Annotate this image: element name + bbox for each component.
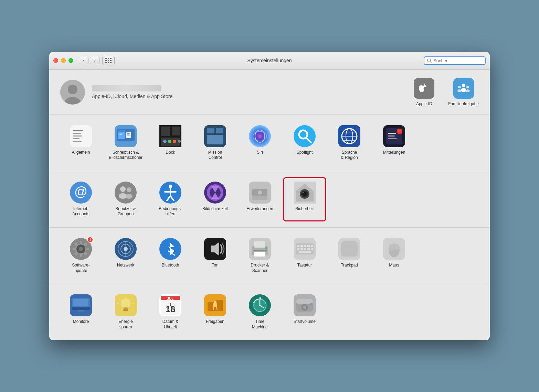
drucker-icon-wrap <box>249 238 271 260</box>
grid-view-button[interactable] <box>102 56 115 65</box>
dock-label: Dock <box>166 150 175 155</box>
minimize-button[interactable] <box>61 58 66 63</box>
schreibtisch-item[interactable]: Schreibtisch &Bildschirmschoner <box>105 122 146 164</box>
sicherheit-label: Sicherheit <box>295 206 314 212</box>
svg-rect-25 <box>127 134 129 135</box>
netzwerk-item[interactable]: Netzwerk <box>105 235 146 277</box>
bildschirmzeit-label: Bildschirmzeit <box>202 206 228 212</box>
datum-label: Datum &Uhrzeit <box>162 319 179 330</box>
search-input[interactable] <box>433 58 482 63</box>
schreibtisch-icon <box>115 125 137 147</box>
search-box[interactable] <box>424 56 486 65</box>
tastatur-icon-wrap <box>294 238 316 260</box>
trackpad-label: Trackpad <box>341 263 358 268</box>
internet-accounts-item[interactable]: @ Internet-Accounts <box>60 178 102 220</box>
erweiterungen-icon <box>249 182 271 204</box>
mitteilungen-item[interactable]: Mitteilungen <box>373 122 415 164</box>
svg-point-40 <box>249 125 271 147</box>
svg-line-1 <box>430 62 431 63</box>
maus-item[interactable]: Maus <box>373 235 415 277</box>
svg-rect-26 <box>127 135 130 136</box>
profile-info: Apple-ID, iCloud, Medien & App Store <box>92 85 172 99</box>
svg-rect-135 <box>78 310 84 312</box>
softwareupdate-item[interactable]: 1 Software-update <box>60 235 102 277</box>
svg-rect-134 <box>73 299 88 306</box>
drucker-label: Drucker &Scanner <box>251 263 269 273</box>
svg-rect-14 <box>73 135 82 137</box>
svg-point-54 <box>397 129 402 134</box>
svg-rect-139 <box>124 307 128 309</box>
netzwerk-icon <box>115 238 137 260</box>
svg-point-32 <box>163 140 167 143</box>
dock-icon-wrap <box>159 125 181 147</box>
bildschirmzeit-item[interactable]: Bildschirmzeit <box>194 178 236 220</box>
dock-item[interactable]: Dock <box>150 122 191 164</box>
forward-button[interactable]: › <box>90 57 99 64</box>
profile-description[interactable]: Apple-ID, iCloud, Medien & App Store <box>92 94 172 99</box>
profile-left: Apple-ID, iCloud, Medien & App Store <box>60 80 172 105</box>
mission-control-item[interactable]: MissionControl <box>194 122 236 164</box>
svg-rect-13 <box>73 133 81 134</box>
drucker-icon <box>249 238 271 260</box>
section-hardware: 1 Software-update Netz <box>49 228 490 284</box>
apple-logo-icon <box>417 81 431 95</box>
bluetooth-item[interactable]: Bluetooth <box>150 235 191 277</box>
bedienung-label: Bedienungs-hilfen <box>159 206 182 217</box>
monitore-icon-wrap <box>70 294 92 316</box>
back-button[interactable]: ‹ <box>79 57 88 64</box>
erweiterungen-item[interactable]: Erweiterungen <box>239 178 281 220</box>
svg-point-8 <box>457 89 462 92</box>
window-title: Systemeinstellungen <box>247 58 292 63</box>
ton-item[interactable]: Ton <box>194 235 236 277</box>
tastatur-item[interactable]: Tastatur <box>284 235 325 277</box>
svg-point-61 <box>120 186 126 192</box>
energie-item[interactable]: Energiesparen <box>105 291 146 333</box>
bedienung-icon-wrap <box>159 182 181 204</box>
allgemein-item[interactable]: Allgemein <box>60 122 102 164</box>
profile-section: Apple-ID, iCloud, Medien & App Store App… <box>49 70 490 115</box>
siri-item[interactable]: Siri <box>239 122 281 164</box>
svg-point-84 <box>303 192 304 193</box>
allgemein-icon <box>70 125 92 147</box>
system-preferences-window: ‹ › Systemeinstellungen <box>49 52 490 340</box>
freigaben-item[interactable]: Freigaben <box>194 291 236 333</box>
svg-rect-90 <box>73 248 76 250</box>
time-machine-item[interactable]: TimeMachine <box>239 291 281 333</box>
time-machine-label: TimeMachine <box>252 319 267 330</box>
profile-right: Apple-ID Familienfreigabe <box>414 78 479 106</box>
monitore-item[interactable]: Monitore <box>60 291 102 333</box>
benutzer-item[interactable]: Benutzer &Gruppen <box>105 178 146 220</box>
mission-control-icon <box>204 125 226 147</box>
sprache-icon-wrap <box>338 125 360 147</box>
avatar[interactable] <box>60 80 85 105</box>
datum-item[interactable]: JUL 18 Datum &Uhrzeit <box>150 291 191 333</box>
section4-grid: Monitore <box>60 291 479 333</box>
spotlight-item[interactable]: Spotlight <box>284 122 325 164</box>
svg-point-33 <box>168 140 171 143</box>
sprache-item[interactable]: Sprache& Region <box>329 122 370 164</box>
svg-rect-120 <box>304 248 306 250</box>
apple-id-item[interactable]: Apple-ID <box>414 78 434 106</box>
trackpad-item[interactable]: Trackpad <box>329 235 370 277</box>
family-item[interactable]: Familienfreigabe <box>448 78 479 106</box>
internet-accounts-icon: @ <box>70 182 92 204</box>
svg-rect-114 <box>300 245 303 247</box>
maus-label: Maus <box>389 263 399 268</box>
startvolume-item[interactable]: Startvolume <box>284 291 325 333</box>
fullscreen-button[interactable] <box>68 58 73 63</box>
spotlight-icon-wrap <box>294 125 316 147</box>
section-accounts: @ Internet-Accounts Benu <box>49 171 490 228</box>
svg-point-138 <box>121 298 130 308</box>
drucker-item[interactable]: Drucker &Scanner <box>239 235 281 277</box>
svg-rect-115 <box>304 245 306 247</box>
startvolume-icon-wrap <box>294 294 316 316</box>
close-button[interactable] <box>53 58 58 63</box>
svg-point-171 <box>304 307 305 308</box>
svg-point-63 <box>127 187 131 192</box>
bedienung-item[interactable]: Bedienungs-hilfen <box>150 178 191 220</box>
sicherheit-icon <box>294 182 316 204</box>
spotlight-label: Spotlight <box>297 150 313 155</box>
trackpad-icon <box>338 238 360 260</box>
ton-label: Ton <box>212 263 218 268</box>
sicherheit-item[interactable]: Sicherheit <box>284 178 325 220</box>
